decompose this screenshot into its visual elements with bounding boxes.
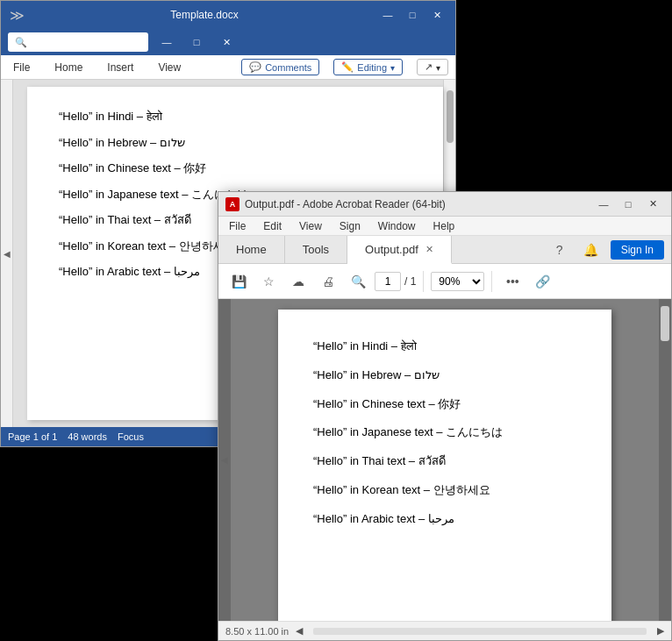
acrobat-scrollbar[interactable] [659, 299, 671, 621]
acrobat-tab-home-label: Home [236, 243, 267, 256]
word-line-1: “Hello” in Hindi – हेलो [59, 108, 411, 125]
acrobat-tab-right-controls: ? 🔔 Sign In [540, 236, 671, 263]
acrobat-minimize-button[interactable]: — [592, 195, 615, 214]
acrobat-tabs: Home Tools Output.pdf ✕ ? 🔔 Sign In [218, 236, 671, 264]
acrobat-menu-help[interactable]: Help [430, 218, 459, 234]
share-chevron-icon [436, 62, 440, 73]
acrobat-menu-window[interactable]: Window [375, 218, 419, 234]
acrobat-document: “Hello” in Hindi – हेलो “Hello” in Hebre… [278, 310, 611, 621]
acrobat-tab-tools-label: Tools [303, 243, 329, 256]
acrobat-horizontal-scrollbar[interactable] [313, 628, 647, 635]
word-line-2: “Hello” in Hebrew – שלום [59, 134, 411, 152]
acrobat-status-left-arrow: ◀ [296, 625, 303, 637]
acrobat-menubar: File Edit View Sign Window Help [218, 217, 671, 236]
word-title: Template.docx [32, 9, 376, 21]
word-search-minimize[interactable]: — [155, 32, 178, 52]
word-word-count: 48 words [68, 431, 107, 442]
acrobat-zoom-select[interactable]: 90% 50% 75% 100% 125% 150% 200% [431, 272, 484, 291]
acrobat-upload-button[interactable]: ☁ [285, 268, 311, 295]
word-scroll-thumb[interactable] [447, 90, 454, 143]
ribbon-tab-insert[interactable]: Insert [102, 58, 139, 77]
acrobat-menu-sign[interactable]: Sign [336, 218, 364, 234]
acrobat-dimensions: 8.50 x 11.00 in [225, 626, 289, 637]
acrobat-menu-edit[interactable]: Edit [260, 218, 285, 234]
share-icon: ↗ [425, 61, 433, 73]
acrobat-sign-in-button[interactable]: Sign In [611, 240, 664, 260]
acrobat-line-5: “Hello” in Thai text – สวัสดี [313, 452, 576, 471]
acrobat-line-7: “Hello” in Arabic text – مرحبا‏ [313, 510, 576, 529]
share-button[interactable]: ↗ [417, 59, 448, 75]
acrobat-line-3: “Hello” in Chinese text – 你好 [313, 395, 576, 414]
ribbon-tab-file[interactable]: File [8, 58, 35, 77]
ribbon-tab-view[interactable]: View [153, 58, 186, 77]
acrobat-line-4: “Hello” in Japanese text – こんにちは [313, 424, 576, 442]
editing-chevron-icon [390, 62, 395, 73]
ribbon-tab-home[interactable]: Home [49, 58, 88, 77]
acrobat-left-arrow[interactable]: ◀ [218, 299, 231, 621]
acrobat-tab-home[interactable]: Home [218, 236, 285, 263]
acrobat-window: A Output.pdf - Adobe Acrobat Reader (64-… [218, 191, 672, 641]
acrobat-toolbar: 💾 ☆ ☁ 🖨 🔍 / 1 90% 50% 75% 100% 125% 150%… [218, 264, 671, 299]
word-search-restore[interactable]: □ [185, 32, 208, 52]
acrobat-link-button[interactable]: 🔗 [529, 268, 555, 295]
editing-icon: ✏️ [341, 61, 354, 73]
acrobat-app-icon: A [225, 197, 239, 211]
acrobat-line-1: “Hello” in Hindi – हेलो [313, 338, 576, 356]
acrobat-line-6: “Hello” in Korean text – 안녕하세요 [313, 481, 576, 500]
acrobat-title: Output.pdf - Adobe Acrobat Reader (64-bi… [245, 198, 592, 210]
acrobat-window-controls: — □ ✕ [592, 195, 664, 214]
word-focus-label[interactable]: Focus [118, 431, 144, 442]
acrobat-search-button[interactable]: 🔍 [345, 268, 371, 295]
word-ribbon: File Home Insert View 💬 Comments ✏️ Edit… [1, 55, 455, 80]
acrobat-bookmark-button[interactable]: ☆ [255, 268, 282, 295]
acrobat-tab-close-icon[interactable]: ✕ [425, 244, 433, 255]
acrobat-print-button[interactable]: 🖨 [315, 268, 341, 295]
comments-icon: 💬 [249, 61, 261, 73]
search-icon: 🔍 [15, 37, 27, 48]
acrobat-save-button[interactable]: 💾 [225, 268, 252, 295]
word-search-bar: 🔍 — □ ✕ [1, 29, 455, 55]
editing-label: Editing [357, 62, 387, 73]
acrobat-close-button[interactable]: ✕ [641, 195, 664, 214]
acrobat-help-button[interactable]: ? [547, 238, 572, 262]
acrobat-statusbar: 8.50 x 11.00 in ◀ ▶ [218, 621, 671, 640]
acrobat-status-right-arrow: ▶ [657, 625, 664, 637]
word-minimize-button[interactable]: — [376, 5, 399, 25]
word-close-button[interactable]: ✕ [425, 5, 448, 25]
word-titlebar: ≫ Template.docx — □ ✕ [1, 1, 455, 29]
word-search-input[interactable]: 🔍 [8, 32, 148, 52]
acrobat-more-button[interactable]: ••• [499, 268, 525, 295]
word-window-controls: — □ ✕ [376, 5, 448, 25]
acrobat-scroll-thumb[interactable] [661, 306, 669, 341]
acrobat-toolbar-separator-2 [491, 271, 492, 292]
acrobat-left-arrow-icon: ◀ [221, 455, 228, 465]
acrobat-tab-outputpdf[interactable]: Output.pdf ✕ [347, 236, 452, 264]
acrobat-menu-file[interactable]: File [225, 218, 249, 234]
word-page-info: Page 1 of 1 [8, 431, 57, 442]
left-arrow-icon: ◀ [4, 249, 11, 259]
acrobat-page-view: “Hello” in Hindi – हेलो “Hello” in Hebre… [231, 299, 659, 621]
word-app-dots: ≫ [8, 6, 25, 24]
acrobat-tab-outputpdf-label: Output.pdf [365, 243, 418, 256]
acrobat-page-navigation: / 1 [375, 272, 416, 291]
acrobat-menu-view[interactable]: View [296, 218, 325, 234]
acrobat-notification-button[interactable]: 🔔 [579, 238, 604, 262]
word-line-3: “Hello” in Chinese text – 你好 [59, 160, 411, 177]
word-search-close[interactable]: ✕ [215, 32, 238, 52]
comments-label: Comments [265, 62, 311, 73]
acrobat-toolbar-separator-1 [423, 271, 424, 292]
acrobat-content-area: ◀ “Hello” in Hindi – हेलो “Hello” in Heb… [218, 299, 671, 621]
acrobat-tab-tools[interactable]: Tools [285, 236, 347, 263]
word-left-arrow[interactable]: ◀ [1, 80, 13, 427]
acrobat-page-separator: / 1 [404, 275, 416, 288]
editing-button[interactable]: ✏️ Editing [333, 59, 403, 75]
acrobat-maximize-button[interactable]: □ [617, 195, 640, 214]
comments-button[interactable]: 💬 Comments [241, 59, 319, 75]
word-maximize-button[interactable]: □ [401, 5, 424, 25]
acrobat-line-2: “Hello” in Hebrew – שלום [313, 367, 576, 385]
acrobat-titlebar: A Output.pdf - Adobe Acrobat Reader (64-… [218, 192, 671, 217]
acrobat-page-input[interactable] [375, 272, 401, 291]
